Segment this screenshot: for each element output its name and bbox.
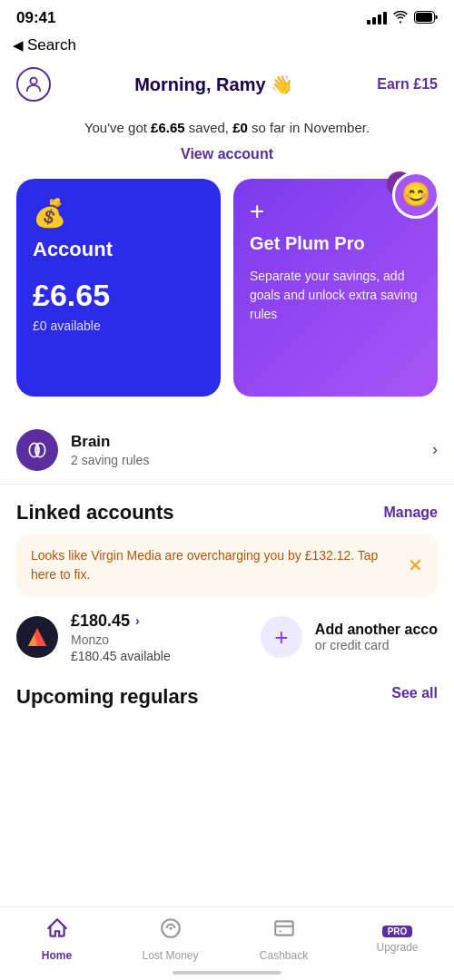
add-account-sub: or credit card <box>315 638 438 652</box>
monzo-logo <box>16 616 58 658</box>
linked-accounts-title: Linked accounts <box>16 501 174 524</box>
signal-icon <box>367 12 387 24</box>
nav-item-cashback[interactable]: Cashback <box>227 916 340 962</box>
status-icons <box>367 11 438 26</box>
monzo-account-item[interactable]: £180.45 › Monzo £180.45 available + Add … <box>0 612 454 672</box>
upcoming-section: Upcoming regulars See all <box>0 672 454 709</box>
battery-icon <box>414 11 438 26</box>
lost-money-nav-label: Lost Money <box>142 949 198 962</box>
svg-point-10 <box>169 926 172 929</box>
view-account-link[interactable]: View account <box>0 146 454 162</box>
brain-icon <box>16 429 58 471</box>
add-account-icon: + <box>261 616 302 658</box>
svg-rect-11 <box>275 921 293 935</box>
monzo-name: Monzo <box>71 632 239 647</box>
nav-item-lost-money[interactable]: Lost Money <box>114 916 227 962</box>
brain-text: Brain 2 saving rules <box>71 433 432 467</box>
account-card-emoji: 💰 <box>33 197 204 229</box>
monzo-balance: £180.45 <box>71 612 130 631</box>
svg-point-2 <box>30 78 36 84</box>
monzo-available: £180.45 available <box>71 649 239 663</box>
cashback-icon <box>272 916 296 946</box>
savings-info: You've got £6.65 saved, £0 so far in Nov… <box>0 111 454 142</box>
avatar[interactable] <box>16 67 51 102</box>
nav-item-home[interactable]: Home <box>0 916 114 962</box>
home-nav-label: Home <box>42 949 72 962</box>
monzo-account-details: £180.45 › Monzo £180.45 available <box>71 612 239 663</box>
monzo-arrow-icon: › <box>135 613 140 628</box>
brain-chevron-icon: › <box>432 440 438 459</box>
account-card-title: Account <box>33 238 204 261</box>
wifi-icon <box>392 11 409 26</box>
earn-button[interactable]: Earn £15 <box>377 76 438 93</box>
upgrade-nav-label: Upgrade <box>376 941 418 954</box>
brain-name: Brain <box>71 433 432 451</box>
account-card-amount: £6.65 <box>33 278 204 313</box>
header-greeting: Morning, Ramy 👋 <box>134 74 293 95</box>
back-arrow-icon: ◀ <box>13 37 24 54</box>
home-indicator <box>173 971 281 975</box>
alert-banner[interactable]: Looks like Virgin Media are overcharging… <box>16 534 438 597</box>
status-time: 09:41 <box>16 9 55 27</box>
back-nav[interactable]: ◀ Search <box>0 33 454 62</box>
cards-row: 💰 Account £6.65 £0 available 5 😊 + Get P… <box>0 179 454 397</box>
add-account-label: Add another acco <box>315 622 438 638</box>
manage-button[interactable]: Manage <box>383 505 438 521</box>
upcoming-title: Upcoming regulars <box>16 685 198 709</box>
see-all-button[interactable]: See all <box>391 685 438 701</box>
header: Morning, Ramy 👋 Earn £15 <box>0 62 454 111</box>
linked-accounts-header: Linked accounts Manage <box>0 485 454 534</box>
brain-sub: 2 saving rules <box>71 453 432 467</box>
account-card[interactable]: 💰 Account £6.65 £0 available <box>16 179 221 397</box>
add-account-item[interactable]: + Add another acco or credit card <box>261 616 438 658</box>
brain-section[interactable]: Brain 2 saving rules › <box>0 416 454 485</box>
back-label: Search <box>27 36 76 54</box>
pro-card[interactable]: 5 😊 + Get Plum Pro Separate your savings… <box>233 179 438 397</box>
svg-point-12 <box>279 930 281 932</box>
alert-text: Looks like Virgin Media are overcharging… <box>31 546 408 584</box>
home-icon <box>45 916 69 946</box>
pro-avatar: 😊 <box>392 172 439 219</box>
nav-item-upgrade[interactable]: PRO Upgrade <box>340 926 454 954</box>
account-card-available: £0 available <box>33 318 204 333</box>
svg-rect-1 <box>416 13 432 22</box>
pro-card-description: Separate your savings, add goals and unl… <box>250 267 421 324</box>
bottom-nav: Home Lost Money Cashback PRO Upgrade <box>0 906 454 980</box>
cashback-nav-label: Cashback <box>260 949 308 962</box>
status-bar: 09:41 <box>0 0 454 33</box>
pro-nav-badge: PRO <box>382 926 413 937</box>
alert-close-button[interactable]: ✕ <box>408 554 423 576</box>
pro-card-title: Get Plum Pro <box>250 233 421 254</box>
lost-money-icon <box>159 916 183 946</box>
